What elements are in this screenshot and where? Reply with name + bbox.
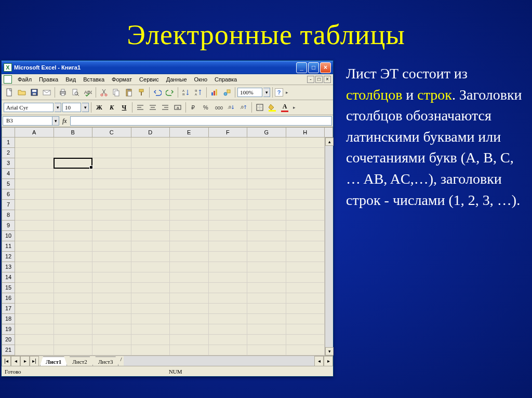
font-size[interactable]: 10 xyxy=(62,103,81,112)
sheet-tab[interactable]: Лист3 xyxy=(92,356,119,366)
menu-help[interactable]: Справка xyxy=(211,75,241,84)
column-header[interactable]: E xyxy=(170,127,209,138)
cell[interactable] xyxy=(54,231,93,241)
cell[interactable] xyxy=(15,221,54,231)
doc-restore-button[interactable]: □ xyxy=(315,76,323,83)
cell[interactable] xyxy=(247,210,286,221)
cell[interactable] xyxy=(131,138,170,148)
cell[interactable] xyxy=(54,169,93,179)
inc-decimal-icon[interactable]: ,0 xyxy=(225,102,237,113)
drawing-icon[interactable] xyxy=(221,87,233,98)
menu-window[interactable]: Окно xyxy=(191,75,211,84)
cell[interactable] xyxy=(15,148,54,158)
cell[interactable] xyxy=(209,283,248,293)
cell[interactable] xyxy=(170,138,209,148)
cell[interactable] xyxy=(15,335,54,345)
cell[interactable] xyxy=(54,179,93,189)
cell[interactable] xyxy=(286,252,325,262)
cell[interactable] xyxy=(54,293,93,304)
cell[interactable] xyxy=(54,138,93,148)
comma-icon[interactable]: 000 xyxy=(213,102,224,113)
cell[interactable] xyxy=(247,169,286,179)
row-header[interactable]: 11 xyxy=(2,241,15,252)
horizontal-scrollbar[interactable] xyxy=(124,356,314,366)
merge-center-icon[interactable]: a xyxy=(172,102,183,113)
cell[interactable] xyxy=(170,272,209,283)
cell[interactable] xyxy=(92,262,131,272)
cell[interactable] xyxy=(15,200,54,210)
cell[interactable] xyxy=(15,293,54,304)
align-center-icon[interactable] xyxy=(147,102,158,113)
cell[interactable] xyxy=(286,335,325,345)
row-header[interactable]: 12 xyxy=(2,252,15,262)
cell[interactable] xyxy=(54,345,93,355)
cell[interactable] xyxy=(286,293,325,304)
cell[interactable] xyxy=(170,335,209,345)
cell[interactable] xyxy=(209,304,248,314)
currency-icon[interactable]: ₽ xyxy=(188,102,200,113)
zoom-dropdown[interactable]: ▾ xyxy=(263,88,270,97)
cell[interactable] xyxy=(131,262,170,272)
cell[interactable] xyxy=(15,324,54,335)
cell[interactable] xyxy=(15,179,54,189)
cell[interactable] xyxy=(209,335,248,345)
cell[interactable] xyxy=(54,304,93,314)
copy-icon[interactable] xyxy=(111,87,122,98)
cell[interactable] xyxy=(209,189,248,200)
cell[interactable] xyxy=(92,283,131,293)
cell[interactable] xyxy=(209,158,248,169)
size-dropdown[interactable]: ▾ xyxy=(82,103,89,112)
cell[interactable] xyxy=(15,241,54,252)
cell[interactable] xyxy=(92,189,131,200)
cell[interactable] xyxy=(15,283,54,293)
cell[interactable] xyxy=(286,189,325,200)
cell[interactable] xyxy=(92,200,131,210)
cell[interactable] xyxy=(170,252,209,262)
mail-icon[interactable] xyxy=(41,87,52,98)
minimize-button[interactable]: _ xyxy=(296,62,307,73)
sheet-tab[interactable]: Лист2 xyxy=(66,356,93,366)
cell[interactable] xyxy=(170,293,209,304)
cell[interactable] xyxy=(170,345,209,355)
cell[interactable] xyxy=(286,179,325,189)
cell[interactable] xyxy=(247,138,286,148)
tab-prev-icon[interactable]: ◂ xyxy=(11,356,20,366)
cell[interactable] xyxy=(15,138,54,148)
borders-icon[interactable] xyxy=(254,102,265,113)
cell[interactable] xyxy=(92,345,131,355)
row-header[interactable]: 19 xyxy=(2,324,15,335)
undo-icon[interactable] xyxy=(152,87,163,98)
cell[interactable] xyxy=(286,324,325,335)
menu-file[interactable]: Файл xyxy=(14,75,35,84)
font-name[interactable]: Arial Cyr xyxy=(4,103,54,112)
cell[interactable] xyxy=(286,262,325,272)
menu-format[interactable]: Формат xyxy=(108,75,136,84)
cell[interactable] xyxy=(209,272,248,283)
cell[interactable] xyxy=(92,272,131,283)
cell[interactable] xyxy=(54,158,93,169)
row-header[interactable]: 8 xyxy=(2,210,15,221)
cell[interactable] xyxy=(170,283,209,293)
cell[interactable] xyxy=(247,293,286,304)
cell[interactable] xyxy=(92,221,131,231)
cell[interactable] xyxy=(247,262,286,272)
cell[interactable] xyxy=(92,293,131,304)
cell[interactable] xyxy=(92,241,131,252)
cell[interactable] xyxy=(131,210,170,221)
zoom-field[interactable]: 100% xyxy=(237,88,262,97)
row-header[interactable]: 16 xyxy=(2,293,15,304)
cell[interactable] xyxy=(131,345,170,355)
menu-data[interactable]: Данные xyxy=(163,75,191,84)
cell[interactable] xyxy=(209,148,248,158)
cell[interactable] xyxy=(54,252,93,262)
cell[interactable] xyxy=(170,324,209,335)
cell[interactable] xyxy=(15,345,54,355)
cell[interactable] xyxy=(131,148,170,158)
row-header[interactable]: 5 xyxy=(2,179,15,189)
scroll-down-icon[interactable]: ▾ xyxy=(325,347,334,355)
column-header[interactable]: D xyxy=(131,127,170,138)
format-more-icon[interactable]: ▸ xyxy=(291,102,297,113)
column-header[interactable]: A xyxy=(15,127,54,138)
align-right-icon[interactable] xyxy=(159,102,171,113)
cell[interactable] xyxy=(54,283,93,293)
